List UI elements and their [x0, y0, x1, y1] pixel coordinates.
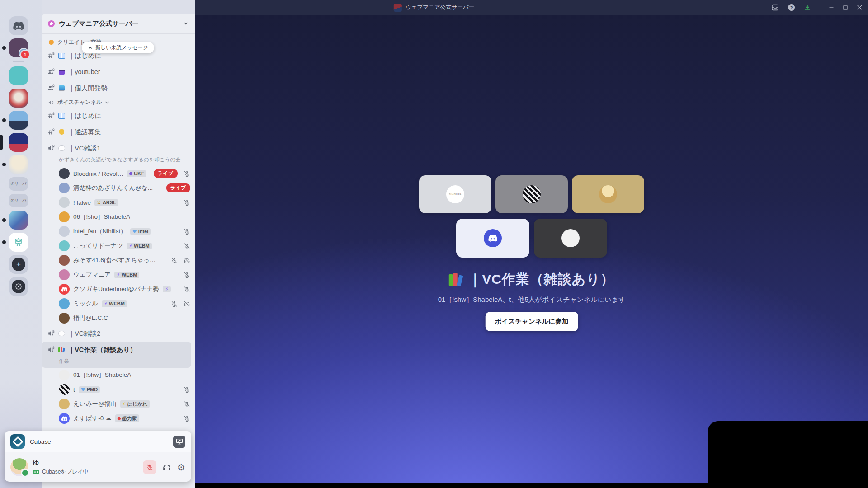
role-badge: ⚡WEBM [102, 300, 127, 307]
participant-tile-blonde[interactable] [572, 175, 644, 213]
channel-name: ｜VC雑談2 [68, 329, 100, 338]
voice-member-row[interactable]: ウェブマニア⚡WEBM [42, 267, 195, 282]
avatar [59, 226, 70, 237]
hash-lock-icon [47, 112, 55, 119]
voice-member-row[interactable]: intel_fan（Nihilist）♥intel [42, 224, 195, 239]
server-text-2[interactable]: のサーバ [9, 194, 28, 207]
role-badge-label: WEBM [109, 301, 125, 306]
server-easel[interactable] [9, 233, 28, 252]
update-download-icon[interactable] [804, 4, 811, 11]
mic-muted-button[interactable] [143, 460, 156, 474]
voice-member-row[interactable]: ! falwe⚔ARSL [42, 195, 195, 210]
participant-tile-striped[interactable] [495, 175, 568, 213]
mic-muted-icon [184, 272, 190, 278]
voice-member-row[interactable]: こってりドーナツ⚡WEBM [42, 239, 195, 253]
member-name: t [73, 386, 75, 393]
voice-member-row[interactable]: 01［!shw］ShabeleA [42, 368, 195, 382]
speaker-icon [47, 99, 55, 106]
join-voice-button[interactable]: ボイスチャンネルに参加 [486, 312, 578, 331]
voice-member-row[interactable]: 06［!sho］ShabeleA [42, 210, 195, 224]
server-news[interactable] [9, 111, 28, 130]
help-icon[interactable]: ? [788, 4, 795, 11]
voice-member-row[interactable]: えすぱす-0 ☁怒力家 [42, 411, 195, 426]
mic-muted-icon [184, 286, 190, 293]
member-name: 楕円@E.C.C [73, 314, 108, 322]
channel-name: ｜はじめに [68, 112, 102, 120]
member-name: みそす41.6(食べすぎちゃったp... [73, 256, 161, 264]
plus-icon: + [12, 258, 25, 271]
server-text-1[interactable]: のサーバ [9, 177, 28, 191]
deafened-icon [184, 257, 190, 264]
participant-avatar [599, 185, 617, 203]
books-icon [449, 273, 462, 286]
text-channel[interactable]: ｜はじめに [42, 108, 195, 124]
unread-indicator-dot [2, 218, 6, 222]
voice-member-row[interactable]: t♥PMD [42, 382, 195, 397]
text-channel[interactable]: ｜youtuber [42, 64, 195, 80]
headphones-button[interactable] [162, 463, 171, 472]
chevron-down-icon [183, 21, 189, 26]
role-badge: ⚡にじかれ [120, 400, 150, 408]
server-teal-face[interactable] [9, 66, 28, 85]
clapper-icon [58, 70, 65, 75]
unread-indicator-dot [2, 163, 6, 166]
text-channel[interactable]: ｜通話募集 [42, 124, 195, 140]
member-name: Bloodnix / Revolyth [73, 170, 123, 177]
avatar-micro-text: SHABELEA [449, 193, 462, 196]
voice-channel[interactable]: ｜VC作業（雑談あり） [42, 342, 191, 358]
participant-tile-discord[interactable] [456, 219, 529, 258]
voice-member-row[interactable]: ミックル⚡WEBM [42, 296, 195, 311]
inbox-icon[interactable] [771, 4, 779, 11]
username: ゆ [33, 459, 138, 467]
stream-activity-button[interactable] [173, 436, 185, 448]
dm-user-item[interactable]: 1 [9, 38, 28, 57]
maximize-button[interactable] [843, 5, 848, 10]
orange-dot-icon [47, 40, 55, 45]
server-chibi-girl[interactable] [9, 155, 28, 174]
explore-button[interactable] [9, 277, 28, 296]
participant-tile-shabelea[interactable]: SHABELEA [419, 175, 491, 213]
avatar[interactable] [10, 458, 28, 476]
bubble-icon [58, 145, 65, 151]
mic-muted-icon [184, 228, 190, 235]
add-server-button[interactable]: + [9, 255, 28, 274]
minimize-button[interactable] [829, 5, 834, 10]
voice-channel[interactable]: ｜VC雑談1 [42, 140, 195, 156]
unread-pill[interactable]: 新しい未読メッセージ [82, 42, 154, 53]
pip-video-overlay[interactable] [708, 421, 868, 488]
settings-gear-button[interactable]: ⚙︎ [177, 463, 185, 472]
role-badge-label: にじかれ [127, 401, 147, 408]
server-header[interactable]: ウェブマニア公式サーバー [42, 14, 195, 34]
voice-member-row[interactable]: 清楚枠のあざりんくん@な...ライブ [42, 181, 195, 195]
voice-member-row[interactable]: Bloodnix / RevolythUKFライブ [42, 166, 195, 181]
voice-member-row[interactable]: えいみー@福山⚡にじかれ [42, 397, 195, 411]
member-name: こってりドーナツ [73, 242, 123, 250]
member-name: 01［!shw］ShabeleA [73, 371, 131, 379]
category-ボイスチャンネル[interactable]: ボイスチャンネル [42, 96, 195, 108]
avatar [59, 240, 70, 251]
discord-home-button[interactable] [9, 16, 28, 35]
users-lock-icon [47, 68, 55, 75]
voice-member-row[interactable]: みそす41.6(食べすぎちゃったp... [42, 253, 195, 267]
voice-channel[interactable]: ｜VC雑談2 [42, 325, 195, 342]
channel-name: ｜youtuber [68, 68, 100, 76]
voice-member-row[interactable]: 楕円@E.C.C [42, 311, 195, 325]
text-channel[interactable]: ｜個人開発勢 [42, 80, 195, 96]
participant-tile-dark[interactable] [534, 219, 607, 258]
server-pixel-art[interactable] [9, 133, 28, 152]
chevron-up-icon [88, 45, 93, 50]
cubase-app-icon [10, 434, 25, 449]
server-artwork[interactable] [9, 89, 28, 108]
mic-muted-icon [184, 199, 190, 206]
heart-blue-icon: ♥ [132, 229, 137, 234]
voice-member-row[interactable]: クソガキUnderfined@バナナ勢⚡ [42, 282, 195, 296]
channel-block: ｜youtuber [42, 64, 195, 80]
server-anime-art[interactable] [9, 211, 28, 230]
role-badge-label: 怒力家 [122, 415, 137, 422]
user-row: ゆ Cubaseをプレイ中 ⚙︎ [5, 452, 191, 482]
channel-name: ｜VC作業（雑談あり） [68, 346, 137, 354]
voice-channel-view: ウェブマニア公式サーバー ? SHABELEA ｜VC作業（雑談あり） 01［!… [195, 0, 868, 488]
close-button[interactable] [857, 5, 863, 10]
mic-muted-icon [184, 386, 190, 393]
activity-name: Cubase [30, 438, 168, 445]
